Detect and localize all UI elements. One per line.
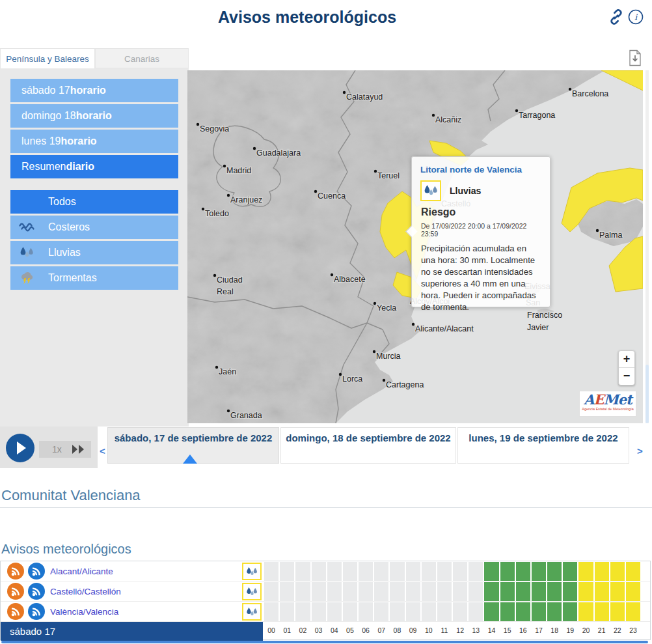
vertical-scrollbar[interactable] xyxy=(645,70,649,423)
map-city-label: Yecla xyxy=(377,303,396,313)
hour-label: 12 xyxy=(453,622,467,641)
hour-label: 13 xyxy=(469,622,483,641)
hour-cell-yellow xyxy=(626,602,640,621)
hour-cell-grey xyxy=(422,602,436,621)
sidebar-item-domingo-18-horario[interactable]: domingo 18 horario xyxy=(10,104,178,128)
hour-label: 17 xyxy=(532,622,546,641)
hour-cell-grey xyxy=(327,562,342,581)
hour-label: 10 xyxy=(422,622,436,641)
rss-blue-icon[interactable] xyxy=(28,563,45,580)
hour-cell-grey xyxy=(453,602,467,621)
sidebar-item-sabado-17-horario[interactable]: sábado 17 horario xyxy=(10,79,178,102)
city-dot xyxy=(383,379,385,382)
map-city-label: Albacete xyxy=(334,275,366,284)
rss-blue-icon[interactable] xyxy=(28,583,45,600)
table-row: Alacant/Alicante xyxy=(1,561,650,581)
sidebar-item-todos[interactable]: Todos xyxy=(10,190,178,214)
hour-cell-grey xyxy=(406,602,420,621)
hour-cell-grey xyxy=(264,562,278,581)
date-tab-domingo-18[interactable]: domingo, 18 de septiembre de 2022 xyxy=(280,427,456,464)
hour-label: 16 xyxy=(516,622,530,641)
city-dot xyxy=(213,274,216,277)
hour-cell-grey xyxy=(374,562,388,581)
speed-control[interactable]: 1x xyxy=(39,441,91,458)
city-dot xyxy=(432,114,435,117)
day-label-bar: sábado 17 xyxy=(1,622,263,641)
map-city-label: Jaén xyxy=(219,367,236,376)
rss-orange-icon[interactable] xyxy=(7,583,24,600)
timeline-prev-arrow[interactable]: < xyxy=(100,445,105,456)
date-tab-lunes-19[interactable]: lunes, 19 de septiembre de 2022 xyxy=(457,427,629,464)
hour-cell-yellow xyxy=(610,582,625,601)
rss-orange-icon[interactable] xyxy=(7,603,24,620)
city-dot xyxy=(314,190,317,193)
hour-cell-grey xyxy=(343,602,357,621)
hour-label: 22 xyxy=(610,622,625,641)
sidebar-item-lunes-19-horario[interactable]: lunes 19 horario xyxy=(10,130,178,153)
hour-cell-grey xyxy=(312,602,326,621)
waves-icon xyxy=(18,220,35,234)
horizontal-scrollbar[interactable] xyxy=(1,641,648,643)
hour-cell-grey xyxy=(437,582,452,601)
hour-cell-grey xyxy=(280,582,294,601)
hour-cell-grey xyxy=(295,562,310,581)
hour-cell-grey xyxy=(453,582,467,601)
hour-cell-yellow xyxy=(578,602,593,621)
province-link[interactable]: Castelló/Castellón xyxy=(50,587,121,596)
hour-cell-grey xyxy=(295,582,310,601)
storm-icon xyxy=(18,271,35,285)
map-city-label: Barcelona xyxy=(572,89,608,98)
hour-cell-grey xyxy=(390,582,404,601)
city-dot xyxy=(215,366,218,369)
hour-label: 18 xyxy=(547,622,562,641)
city-dot xyxy=(515,109,518,112)
weather-map[interactable]: SegoviaGuadalajaraMadridCalatayudAlcañiz… xyxy=(187,70,643,423)
sidebar-item-resumen-diario[interactable]: Resumen diario xyxy=(10,155,178,178)
tab-canarias[interactable]: Canarias xyxy=(95,48,189,68)
zoom-out-button[interactable]: − xyxy=(619,368,634,385)
sidebar-item-tormentas[interactable]: Tormentas xyxy=(10,266,178,290)
hour-cell-green xyxy=(563,582,577,601)
speed-label: 1x xyxy=(52,444,62,455)
hour-label: 23 xyxy=(626,622,640,641)
hour-cell-grey xyxy=(469,582,483,601)
hour-cell-grey xyxy=(343,582,357,601)
hour-cell-grey xyxy=(437,602,452,621)
hour-label: 20 xyxy=(578,622,593,641)
rss-orange-icon[interactable] xyxy=(7,563,24,580)
link-icon[interactable] xyxy=(608,8,625,25)
hour-cell-grey xyxy=(469,562,483,581)
hour-cell-grey xyxy=(374,602,388,621)
hour-cell-green xyxy=(547,562,562,581)
city-dot xyxy=(197,123,199,126)
zoom-in-button[interactable]: + xyxy=(619,351,634,368)
fast-forward-icon[interactable] xyxy=(72,445,85,454)
sidebar-item-costeros[interactable]: Costeros xyxy=(10,216,178,239)
hour-cell-green xyxy=(484,582,498,601)
city-dot xyxy=(412,323,414,326)
hour-cell-grey xyxy=(280,562,294,581)
hour-cell-grey xyxy=(390,602,404,621)
sidebar-item-lluvias[interactable]: Lluvias xyxy=(10,241,178,264)
rain-icon xyxy=(420,180,441,201)
warnings-table: Alacant/Alicante Castelló/Castellón Valè… xyxy=(0,561,651,640)
hour-label: 09 xyxy=(406,622,420,641)
hour-cell-green xyxy=(516,602,530,621)
play-button[interactable] xyxy=(6,434,34,462)
hour-cell-yellow xyxy=(595,562,609,581)
province-link[interactable]: Alacant/Alicante xyxy=(50,567,113,576)
rss-blue-icon[interactable] xyxy=(28,603,45,620)
hour-cell-yellow xyxy=(578,562,593,581)
download-icon[interactable] xyxy=(627,49,643,66)
rain-icon xyxy=(242,583,262,600)
timeline-next-arrow[interactable]: > xyxy=(637,445,643,456)
info-icon[interactable]: i xyxy=(627,8,644,25)
scrollbar-thumb[interactable] xyxy=(645,365,649,423)
animation-controls: 1x xyxy=(0,427,98,468)
tab-peninsula-baleares[interactable]: Península y Baleares xyxy=(0,48,95,68)
table-row: València/Valencia xyxy=(1,602,650,622)
rain-icon xyxy=(18,245,35,260)
province-link[interactable]: València/Valencia xyxy=(50,607,118,617)
map-city-label: Teruel xyxy=(377,171,400,180)
city-dot xyxy=(596,229,599,232)
